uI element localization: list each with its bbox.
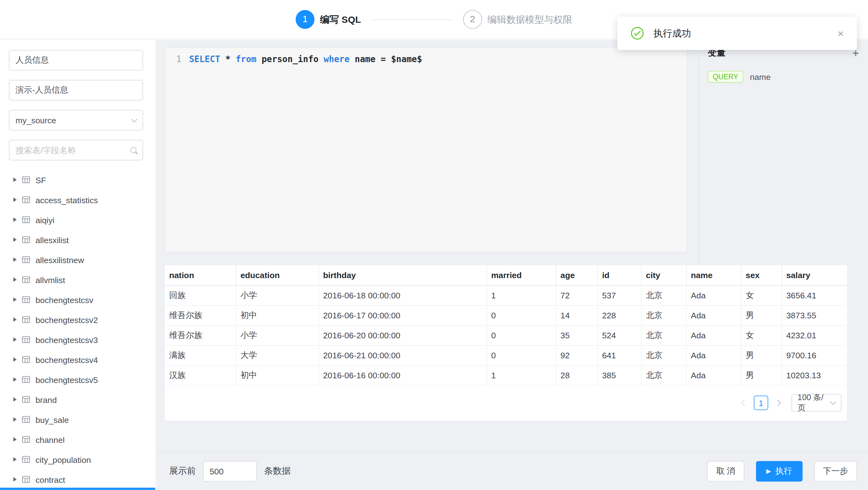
- search-icon: [130, 147, 137, 153]
- model-name-input[interactable]: [9, 50, 143, 70]
- table-name: buy_sale: [36, 415, 69, 424]
- caret-right-icon[interactable]: [13, 437, 17, 441]
- sidebar-scrollbar[interactable]: [0, 488, 155, 490]
- next-step-button[interactable]: 下一步: [814, 461, 857, 482]
- table-icon: [22, 455, 30, 464]
- caret-right-icon[interactable]: [13, 477, 17, 482]
- caret-right-icon[interactable]: [13, 197, 17, 202]
- table-cell: 385: [597, 365, 641, 385]
- caret-right-icon[interactable]: [13, 397, 17, 402]
- source-select-value: my_source: [16, 116, 56, 125]
- table-name: bochengtestcsv5: [36, 375, 98, 384]
- caret-right-icon[interactable]: [13, 277, 17, 282]
- search-box[interactable]: [9, 140, 143, 160]
- column-header-sex: sex: [741, 265, 782, 285]
- tree-item-allesxilist[interactable]: allesxilist: [9, 230, 143, 250]
- caret-right-icon[interactable]: [13, 238, 17, 242]
- table-name: bochengtestcsv3: [36, 335, 98, 344]
- main-area: 1 SELECT * from person_info where name =…: [156, 40, 868, 490]
- toast-message: 执行成功: [653, 27, 691, 40]
- caret-right-icon[interactable]: [13, 298, 17, 302]
- table-cell: 9700.16: [782, 345, 847, 365]
- table-icon: [22, 335, 30, 344]
- table-tree: SFaccess_statisticsaiqiyiallesxilistalle…: [9, 170, 143, 489]
- source-select[interactable]: my_source: [9, 110, 143, 130]
- table-cell: 男: [741, 305, 782, 325]
- table-cell: 0: [487, 325, 556, 345]
- search-input[interactable]: [16, 146, 126, 155]
- step-2-label: 编辑数据模型与权限: [487, 13, 572, 26]
- caret-right-icon[interactable]: [13, 417, 17, 422]
- sql-editor[interactable]: 1 SELECT * from person_info where name =…: [165, 47, 687, 252]
- caret-right-icon[interactable]: [13, 337, 17, 342]
- display-name-input[interactable]: [9, 80, 143, 100]
- table-name: channel: [36, 435, 65, 444]
- tree-item-bochengtestcsv4[interactable]: bochengtestcsv4: [9, 349, 143, 370]
- table-cell: 满族: [165, 345, 236, 365]
- limit-prefix-label: 展示前: [169, 465, 196, 477]
- table-name: city_population: [36, 455, 91, 464]
- variable-item: QUERY name: [708, 71, 859, 83]
- page-size-value: 100 条/页: [798, 392, 831, 414]
- page-number[interactable]: 1: [754, 396, 768, 410]
- app-root: 1 编写 SQL 2 编辑数据模型与权限 执行成功 × my_source: [0, 0, 868, 490]
- tree-item-city_population[interactable]: city_population: [9, 450, 143, 469]
- caret-right-icon[interactable]: [13, 218, 17, 222]
- caret-right-icon[interactable]: [13, 317, 17, 322]
- chevron-down-icon: [830, 399, 836, 405]
- execute-button[interactable]: ▶ 执行: [756, 461, 803, 482]
- table-cell: 1: [487, 285, 556, 305]
- table-cell: 3873.55: [782, 305, 847, 325]
- page-size-select[interactable]: 100 条/页: [792, 394, 841, 412]
- table-icon: [22, 175, 30, 184]
- tree-item-channel[interactable]: channel: [9, 429, 143, 450]
- tree-item-bochengtestcsv2[interactable]: bochengtestcsv2: [9, 310, 143, 330]
- tree-item-aiqiyi[interactable]: aiqiyi: [9, 210, 143, 230]
- table-icon: [22, 475, 30, 484]
- caret-right-icon[interactable]: [13, 178, 17, 182]
- column-header-birthday: birthday: [318, 265, 487, 285]
- table-cell: 小学: [236, 325, 318, 345]
- caret-right-icon[interactable]: [13, 357, 17, 362]
- results-table: nationeducationbirthdaymarriedageidcityn…: [165, 265, 847, 386]
- step-1[interactable]: 1 编写 SQL: [296, 10, 361, 29]
- caret-right-icon[interactable]: [13, 377, 17, 382]
- table-cell: 小学: [236, 285, 318, 305]
- code-token-plain: person_info: [256, 54, 324, 64]
- table-icon: [22, 295, 30, 304]
- table-cell: Ada: [686, 285, 741, 305]
- tree-item-bochengtestcsv[interactable]: bochengtestcsv: [9, 289, 143, 310]
- tree-item-bochengtestcsv5[interactable]: bochengtestcsv5: [9, 370, 143, 390]
- step-2[interactable]: 2 编辑数据模型与权限: [463, 10, 572, 29]
- tree-item-access_statistics[interactable]: access_statistics: [9, 190, 143, 210]
- close-icon[interactable]: ×: [837, 28, 844, 39]
- next-page-button[interactable]: [772, 396, 784, 409]
- left-sidebar: my_source SFaccess_statisticsaiqiyialles…: [0, 40, 156, 490]
- step-2-number: 2: [463, 10, 482, 29]
- caret-right-icon[interactable]: [13, 257, 17, 262]
- tree-item-allesxilistnew[interactable]: allesxilistnew: [9, 250, 143, 270]
- play-icon: ▶: [766, 468, 771, 474]
- results-card: nationeducationbirthdaymarriedageidcityn…: [165, 265, 847, 421]
- tree-item-contract[interactable]: contract: [9, 469, 143, 489]
- table-cell: 2016-06-20 00:00:00: [318, 325, 487, 345]
- prev-page-button[interactable]: [738, 396, 750, 409]
- tree-item-allvmlist[interactable]: allvmlist: [9, 270, 143, 289]
- table-cell: 10203.13: [782, 365, 847, 385]
- tree-item-bochengtestcsv3[interactable]: bochengtestcsv3: [9, 330, 143, 349]
- column-header-salary: salary: [782, 265, 847, 285]
- table-cell: Ada: [686, 345, 741, 365]
- tree-item-brand[interactable]: brand: [9, 390, 143, 409]
- column-header-education: education: [236, 265, 318, 285]
- limit-input[interactable]: [203, 461, 257, 482]
- variable-name: name: [750, 72, 771, 82]
- code-line-content[interactable]: SELECT * from person_info where name = $…: [189, 53, 422, 65]
- table-name: bochengtestcsv2: [36, 315, 98, 324]
- tree-item-buy_sale[interactable]: buy_sale: [9, 409, 143, 429]
- table-cell: 641: [597, 345, 641, 365]
- cancel-button[interactable]: 取 消: [707, 461, 744, 482]
- caret-right-icon[interactable]: [13, 457, 17, 462]
- tree-item-SF[interactable]: SF: [9, 170, 143, 190]
- table-cell: 2016-06-17 00:00:00: [318, 305, 487, 325]
- table-cell: 228: [597, 305, 641, 325]
